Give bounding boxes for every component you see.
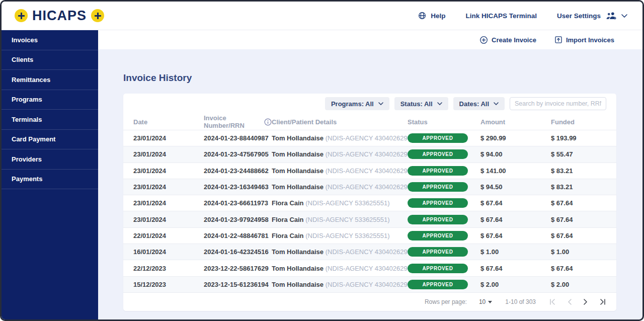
client-name: Flora Cain xyxy=(272,199,304,207)
invoice-history-card: Programs: All Status: All xyxy=(123,94,616,311)
last-page-button[interactable] xyxy=(600,299,606,305)
client-agency: (NDIS-AGENCY 430402629) xyxy=(326,150,408,158)
column-header-funded: Funded xyxy=(551,118,616,126)
sidebar-item-invoices[interactable]: Invoices xyxy=(2,30,98,50)
cell-status: APPROVED xyxy=(408,198,480,208)
first-page-button[interactable] xyxy=(549,299,555,305)
sidebar-item-remittances[interactable]: Remittances xyxy=(2,70,98,90)
cell-invoice-number: 2024-01-23-47567905 xyxy=(204,150,272,158)
chevron-down-icon xyxy=(494,102,499,105)
cell-invoice-number: 2024-01-23-66611973 xyxy=(204,199,272,207)
column-header-date: Date xyxy=(133,118,204,126)
sidebar-item-programs[interactable]: Programs xyxy=(2,90,98,110)
previous-page-button[interactable] xyxy=(568,299,572,305)
cell-funded: $ 67.64 xyxy=(551,216,616,223)
cell-status: APPROVED xyxy=(408,280,480,289)
cell-client: Tom Hollandaise (NDIS-AGENCY 430402629) xyxy=(272,150,408,158)
cell-funded: $ 83.21 xyxy=(551,167,616,175)
pager-controls xyxy=(549,299,606,305)
invoice-table-row[interactable]: 23/01/2024 2024-01-23-24488662 Tom Holla… xyxy=(123,163,616,179)
cell-invoice-number: 2024-01-23-24488662 xyxy=(204,167,272,175)
cell-funded: $ 2.00 xyxy=(551,281,616,288)
import-invoices-button[interactable]: Import Invoices xyxy=(554,36,614,44)
client-agency: (NDIS-AGENCY 430402629) xyxy=(326,167,408,175)
cell-status: APPROVED xyxy=(408,149,480,159)
chevron-down-icon xyxy=(621,14,627,18)
cell-invoice-number: 2023-12-22-58617629 xyxy=(204,265,272,272)
chevron-down-icon xyxy=(378,102,383,105)
column-header-amount: Amount xyxy=(480,118,551,126)
dates-filter-label: Dates: All xyxy=(459,100,489,108)
status-filter[interactable]: Status: All xyxy=(394,97,448,110)
page-title: Invoice History xyxy=(123,72,616,84)
sidebar-nav: Invoices Clients Remittances Programs Te… xyxy=(2,30,98,319)
sidebar-item-terminals[interactable]: Terminals xyxy=(2,110,98,130)
cell-funded: $ 193.99 xyxy=(551,134,616,142)
cell-funded: $ 83.21 xyxy=(551,183,616,191)
pagination-range: 1-10 of 303 xyxy=(505,298,536,305)
cell-date: 23/01/2024 xyxy=(133,167,204,175)
client-agency: (NDIS-AGENCY 430402629) xyxy=(326,248,408,256)
status-badge: APPROVED xyxy=(408,215,468,224)
user-settings-label: User Settings xyxy=(557,12,601,20)
column-header-invoice-number: Invoice Number/RRN xyxy=(204,114,272,129)
sidebar-item-card-payment[interactable]: Card Payment xyxy=(2,130,98,150)
create-invoice-button[interactable]: Create Invoice xyxy=(479,36,536,44)
cell-client: Tom Hollandaise (NDIS-AGENCY 430402629) xyxy=(272,167,408,175)
help-button[interactable]: Help xyxy=(418,12,445,20)
sidebar-item-payments[interactable]: Payments xyxy=(2,170,98,190)
create-invoice-label: Create Invoice xyxy=(492,36,536,44)
invoice-search-input[interactable] xyxy=(510,97,606,110)
invoice-table-row[interactable]: 23/01/2024 2024-01-23-47567905 Tom Holla… xyxy=(123,146,616,162)
invoice-table-row[interactable]: 22/12/2023 2023-12-22-58617629 Tom Holla… xyxy=(123,260,616,276)
invoice-table-row[interactable]: 22/01/2024 2024-01-22-48846781 Flora Cai… xyxy=(123,227,616,244)
info-icon[interactable] xyxy=(264,118,272,126)
client-agency: (NDIS-AGENCY 430402629) xyxy=(326,183,408,191)
next-page-button[interactable] xyxy=(584,299,588,305)
cell-amount: $ 141.00 xyxy=(480,167,551,175)
cell-client: Tom Hollandaise (NDIS-AGENCY 430402629) xyxy=(272,281,408,288)
invoice-table-row[interactable]: 16/01/2024 2024-01-16-42324516 Tom Holla… xyxy=(123,244,616,260)
caret-down-icon xyxy=(488,301,492,303)
status-badge: APPROVED xyxy=(408,149,468,159)
cell-amount: $ 94.50 xyxy=(480,183,551,191)
rows-per-page-select[interactable]: 10 xyxy=(479,298,492,305)
client-name: Tom Hollandaise xyxy=(272,150,324,158)
invoice-table-row[interactable]: 15/12/2023 2023-12-15-61236194 Tom Holla… xyxy=(123,276,616,292)
cell-amount: $ 67.64 xyxy=(480,199,551,207)
sidebar-item-clients[interactable]: Clients xyxy=(2,50,98,70)
invoice-table-row[interactable]: 23/01/2024 2024-01-23-16349463 Tom Holla… xyxy=(123,179,616,195)
client-agency: (NDIS-AGENCY 533625551) xyxy=(305,232,389,239)
cell-date: 22/01/2024 xyxy=(133,232,204,239)
globe-icon xyxy=(418,12,426,20)
programs-filter-label: Programs: All xyxy=(331,100,374,108)
client-agency: (NDIS-AGENCY 430402629) xyxy=(326,134,408,142)
cell-funded: $ 67.64 xyxy=(551,199,616,207)
cell-status: APPROVED xyxy=(408,215,480,224)
cell-invoice-number: 2024-01-23-16349463 xyxy=(204,183,272,191)
cell-status: APPROVED xyxy=(408,247,480,257)
hicaps-logo[interactable]: HICAPS xyxy=(15,8,104,24)
invoice-table-row[interactable]: 23/01/2024 2024-01-23-88440987 Tom Holla… xyxy=(123,130,616,146)
table-body: 23/01/2024 2024-01-23-88440987 Tom Holla… xyxy=(123,130,616,292)
link-terminal-button[interactable]: Link HICAPS Terminal xyxy=(465,12,537,20)
client-name: Tom Hollandaise xyxy=(272,281,324,288)
cell-invoice-number: 2024-01-16-42324516 xyxy=(204,248,272,256)
cell-amount: $ 67.64 xyxy=(480,216,551,223)
cell-status: APPROVED xyxy=(408,166,480,176)
invoice-table-row[interactable]: 23/01/2024 2024-01-23-66611973 Flora Cai… xyxy=(123,195,616,211)
sidebar-item-providers[interactable]: Providers xyxy=(2,149,98,170)
user-settings-button[interactable]: User Settings xyxy=(557,12,627,20)
cell-status: APPROVED xyxy=(408,182,480,192)
cell-date: 22/12/2023 xyxy=(133,265,204,272)
cell-amount: $ 2.00 xyxy=(480,281,551,288)
cell-amount: $ 94.00 xyxy=(480,150,551,158)
cell-client: Flora Cain (NDIS-AGENCY 533625551) xyxy=(272,199,408,207)
invoice-table-row[interactable]: 23/01/2024 2024-01-23-97924958 Flora Cai… xyxy=(123,211,616,227)
dates-filter[interactable]: Dates: All xyxy=(453,97,505,110)
cell-amount: $ 290.99 xyxy=(480,134,551,142)
sidebar-item-label: Card Payment xyxy=(12,135,55,143)
column-header-status: Status xyxy=(408,118,480,126)
programs-filter[interactable]: Programs: All xyxy=(325,97,389,110)
status-badge: APPROVED xyxy=(408,133,468,143)
